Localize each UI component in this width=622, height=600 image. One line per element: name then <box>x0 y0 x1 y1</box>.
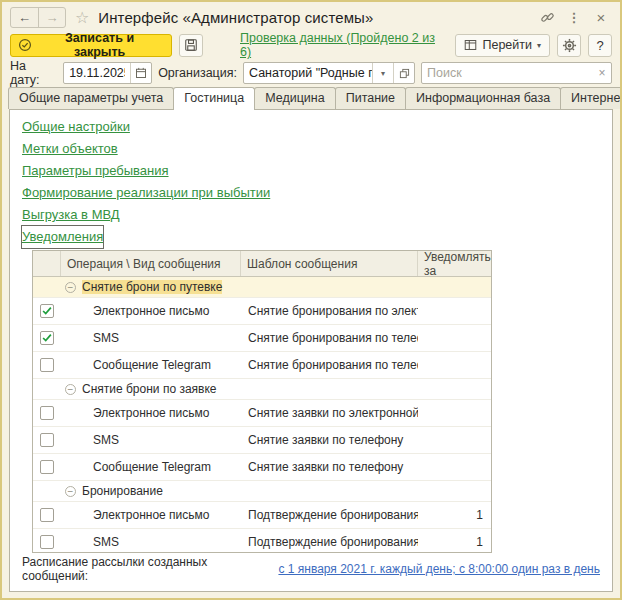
header-checkbox-column <box>33 251 61 276</box>
template-cell: Подтверждение бронирования по т... <box>241 535 418 549</box>
help-button[interactable]: ? <box>588 34 612 57</box>
template-cell: Снятие бронирования по телефону <box>241 358 418 372</box>
group-name: Снятие брони по заявке <box>82 382 217 396</box>
org-combobox[interactable]: Санаторий "Родные просторы" ▾ <box>243 62 415 84</box>
close-icon[interactable]: × <box>592 9 610 27</box>
tab-strip: Общие параметры учетаГостиницаМедицинаПи… <box>2 86 620 109</box>
date-field[interactable] <box>63 62 152 84</box>
schedule-label: Расписание рассылки созданных сообщений: <box>22 555 272 583</box>
checkbox-cell <box>33 304 61 318</box>
search-field[interactable]: × <box>421 62 612 84</box>
command-bar: Записать и закрыть Проверка данных (Прой… <box>2 30 620 60</box>
schedule-footer: Расписание рассылки созданных сообщений:… <box>20 553 602 587</box>
collapse-icon[interactable]: − <box>65 384 76 395</box>
row-checkbox[interactable] <box>40 535 54 549</box>
row-checkbox[interactable] <box>40 358 54 372</box>
nav-link-5[interactable]: Уведомления <box>22 226 103 248</box>
table-row[interactable]: Сообщение TelegramСнятие заявки по телеф… <box>33 454 491 481</box>
tab-2[interactable]: Медицина <box>254 87 336 109</box>
table-header: Операция \ Вид сообщения Шаблон сообщени… <box>33 251 491 277</box>
favorite-star-icon[interactable]: ☆ <box>75 10 89 26</box>
header-operation-column[interactable]: Операция \ Вид сообщения <box>61 251 241 276</box>
message-type-cell: SMS <box>61 535 241 549</box>
history-nav: ← → <box>10 7 66 28</box>
nav-link-4[interactable]: Выгрузка в МВД <box>22 204 120 226</box>
tab-1[interactable]: Гостиница <box>173 87 255 110</box>
dropdown-caret-icon: ▾ <box>537 41 541 50</box>
settings-button[interactable] <box>557 34 581 57</box>
checkbox-cell <box>33 535 61 549</box>
header-template-column[interactable]: Шаблон сообщения <box>241 251 418 276</box>
forward-button[interactable]: → <box>38 8 65 27</box>
title-bar: ← → ☆ Интерфейс «Администратор системы» … <box>2 2 620 30</box>
table-row[interactable]: Сообщение TelegramСнятие бронирования по… <box>33 352 491 379</box>
schedule-link[interactable]: с 1 января 2021 г. каждый день; с 8:00:0… <box>278 562 600 576</box>
tab-4[interactable]: Информационная база <box>405 87 561 109</box>
row-checkbox[interactable] <box>40 460 54 474</box>
table-row[interactable]: Электронное письмоСнятие бронирования по… <box>33 298 491 325</box>
settings-links: Общие настройкиМетки объектовПараметры п… <box>20 116 602 248</box>
org-dropdown-icon[interactable]: ▾ <box>372 63 393 83</box>
notify-days-cell: 1 <box>418 535 491 549</box>
row-checkbox[interactable] <box>40 331 54 345</box>
nav-link-2[interactable]: Параметры пребывания <box>22 160 169 182</box>
message-type-cell: Сообщение Telegram <box>61 358 241 372</box>
checkbox-cell <box>33 358 61 372</box>
org-label: Организация: <box>158 66 237 80</box>
more-menu-icon[interactable]: ⋮ <box>565 9 583 27</box>
template-cell: Подтверждение бронирования по э... <box>241 508 418 522</box>
tab-5[interactable]: Интернет-сервисы <box>560 87 622 109</box>
notify-days-cell: 1 <box>418 508 491 522</box>
tab-0[interactable]: Общие параметры учета <box>8 87 174 109</box>
data-check-link[interactable]: Проверка данных (Пройдено 2 из 6) <box>240 31 448 59</box>
save-close-button[interactable]: Записать и закрыть <box>10 34 172 57</box>
nav-link-1[interactable]: Метки объектов <box>22 138 118 160</box>
message-type-cell: Электронное письмо <box>61 406 241 420</box>
table-row[interactable]: SMSСнятие бронирования по телефону <box>33 325 491 352</box>
row-checkbox[interactable] <box>40 508 54 522</box>
group-row-1[interactable]: −Снятие брони по заявке <box>33 379 491 400</box>
table-row[interactable]: Электронное письмоСнятие заявки по элект… <box>33 400 491 427</box>
group-row-0[interactable]: −Снятие брони по путевке <box>33 277 491 298</box>
row-checkbox[interactable] <box>40 433 54 447</box>
template-cell: Снятие бронирования по электронн... <box>241 304 418 318</box>
group-name-cell: −Бронирование <box>61 484 241 498</box>
message-type-cell: Сообщение Telegram <box>61 460 241 474</box>
group-name: Бронирование <box>82 484 163 498</box>
group-name-cell: −Снятие брони по заявке <box>61 382 241 396</box>
date-label: На дату: <box>10 59 57 87</box>
org-open-icon[interactable] <box>393 63 414 83</box>
gear-icon <box>562 38 577 53</box>
search-input[interactable] <box>422 66 593 80</box>
nav-link-0[interactable]: Общие настройки <box>22 116 130 138</box>
org-value: Санаторий "Родные просторы" <box>244 66 372 80</box>
group-row-2[interactable]: −Бронирование <box>33 481 491 502</box>
table-row[interactable]: Электронное письмоПодтверждение брониров… <box>33 502 491 529</box>
floppy-icon <box>184 38 198 52</box>
checkbox-cell <box>33 508 61 522</box>
row-checkbox[interactable] <box>40 304 54 318</box>
collapse-icon[interactable]: − <box>65 486 76 497</box>
window-title: Интерфейс «Администратор системы» <box>98 9 373 26</box>
header-notify-column[interactable]: Уведомлять за <box>418 251 491 276</box>
tab-3[interactable]: Питание <box>335 87 406 109</box>
table-row[interactable]: SMSСнятие заявки по телефону <box>33 427 491 454</box>
hotel-settings-panel: Общие настройкиМетки объектовПараметры п… <box>9 109 613 592</box>
search-clear-icon[interactable]: × <box>593 66 611 80</box>
row-checkbox[interactable] <box>40 406 54 420</box>
nav-link-3[interactable]: Формирование реализации при выбытии <box>22 182 270 204</box>
message-type-cell: Электронное письмо <box>61 508 241 522</box>
goto-button[interactable]: Перейти ▾ <box>455 34 550 57</box>
filter-bar: На дату: Организация: Санаторий "Родные … <box>2 60 620 86</box>
table-body: −Снятие брони по путевкеЭлектронное пись… <box>33 277 491 553</box>
calendar-icon[interactable] <box>130 63 151 83</box>
message-type-cell: SMS <box>61 331 241 345</box>
get-link-icon[interactable] <box>538 9 556 27</box>
check-circle-icon <box>18 38 32 52</box>
save-button[interactable] <box>179 34 203 57</box>
collapse-icon[interactable]: − <box>65 282 76 293</box>
date-input[interactable] <box>64 66 130 80</box>
notifications-table: Операция \ Вид сообщения Шаблон сообщени… <box>32 250 492 553</box>
back-button[interactable]: ← <box>11 8 38 27</box>
table-row[interactable]: SMSПодтверждение бронирования по т...1 <box>33 529 491 553</box>
